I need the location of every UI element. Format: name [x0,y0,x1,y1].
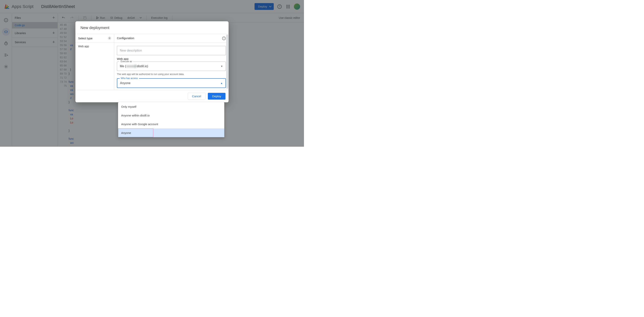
dialog-scrollbar[interactable] [226,34,228,89]
modal-overlay[interactable]: New deployment Select type Web app Confi… [0,0,304,147]
who-has-access-select[interactable]: Who has access Anyone ▲ [117,78,226,88]
svg-point-17 [109,38,110,39]
svg-text:?: ? [223,37,224,39]
access-option-anyone[interactable]: Anyone [118,128,153,137]
access-floating-label: Who has access [120,77,139,80]
configuration-header: Configuration ? [114,34,228,43]
cancel-button[interactable]: Cancel [188,93,206,100]
access-option-anyone-within[interactable]: Anyone within distill.io [118,111,224,120]
select-type-header: Select type [76,34,114,42]
dialog-actions: Cancel Deploy [76,90,228,102]
description-input[interactable]: New description [117,46,226,55]
dialog-left-panel: Select type Web app [76,34,114,90]
help-circle-icon[interactable]: ? [222,36,226,40]
access-option-google-account[interactable]: Anyone with Google account [118,120,224,128]
chevron-down-icon: ▼ [220,65,223,68]
execute-as-select[interactable]: Execute as Me (xxxxx@distill.io) ▼ [117,62,226,71]
access-value: Anyone [120,81,130,85]
deploy-button[interactable]: Deploy [208,93,226,100]
gear-icon[interactable] [108,36,111,40]
dialog-config-panel: Configuration ? New description Web app … [114,34,228,90]
execute-as-value: Me (xxxxx@distill.io) [120,64,148,68]
select-type-label: Select type [78,37,92,40]
dialog-title: New deployment [76,21,228,34]
chevron-up-icon: ▲ [220,82,223,84]
access-dropdown-menu: Only myself Anyone within distill.io Any… [118,102,224,137]
access-option-only-myself[interactable]: Only myself [118,102,224,111]
execute-as-help-text: The web app will be authorized to run us… [117,73,226,76]
type-web-app[interactable]: Web app [76,42,114,50]
configuration-label: Configuration [117,36,134,40]
new-deployment-dialog: New deployment Select type Web app Confi… [76,21,228,102]
execute-as-floating-label: Execute as [120,60,133,63]
description-placeholder: New description [120,49,142,52]
